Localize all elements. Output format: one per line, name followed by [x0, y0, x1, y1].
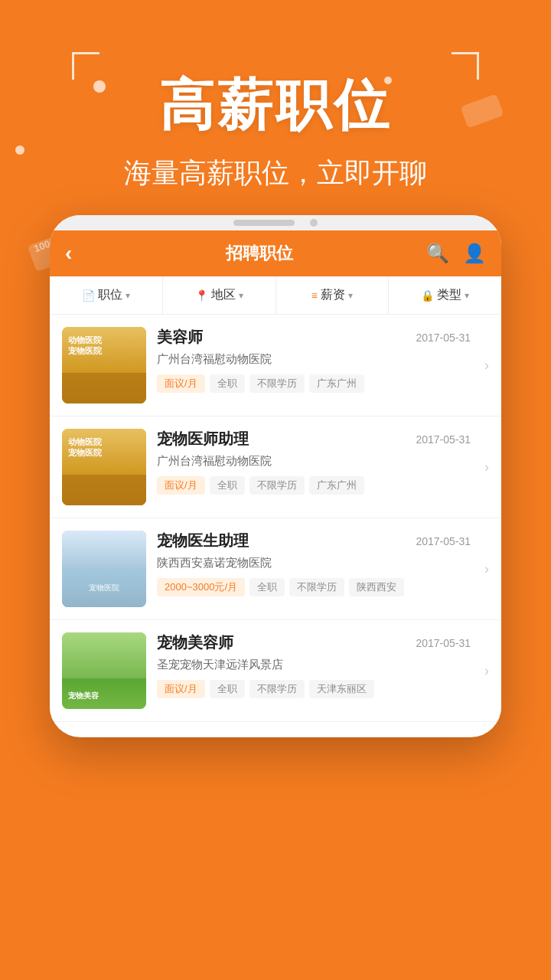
profile-icon[interactable]: 👤 [463, 243, 486, 264]
job-tag-type-1: 全职 [210, 374, 245, 393]
hero-title: 高薪职位 [0, 69, 551, 142]
search-icon[interactable]: 🔍 [426, 243, 449, 264]
job-image-2: 动物医院宠物医院 [62, 429, 146, 505]
job-tag-location-2: 广东广州 [309, 476, 364, 495]
job-image-1: 动物医院宠物医院 [62, 327, 146, 403]
app-header-icons: 🔍 👤 [426, 243, 486, 264]
app-header: ‹ 招聘职位 🔍 👤 [50, 230, 501, 276]
filter-type-arrow: ▾ [465, 290, 469, 301]
job-tag-type-3: 全职 [249, 578, 285, 596]
job-image-3: 宠物医院 [62, 531, 146, 607]
filter-salary-arrow: ▾ [348, 290, 353, 301]
job-item-4[interactable]: 宠物美容 宠物美容师 2017-05-31 圣宠宠物天津远洋风景店 面议/月 全… [50, 620, 501, 722]
job-arrow-1: › [484, 358, 489, 374]
job-tag-type-4: 全职 [210, 680, 245, 698]
job-tag-salary-4: 面议/月 [157, 680, 205, 698]
job-title-2: 宠物医师助理 [157, 429, 249, 449]
job-title-4: 宠物美容师 [157, 632, 233, 653]
job-arrow-3: › [484, 561, 489, 577]
job-tag-edu-2: 不限学历 [249, 476, 305, 495]
job-tag-edu-4: 不限学历 [249, 680, 305, 698]
phone-mockup: ‹ 招聘职位 🔍 👤 📄 职位 ▾ 📍 地区 ▾ ≡ 薪资 ▾ 🔒 类型 ▾ [50, 215, 501, 737]
job-title-1: 美容师 [157, 327, 203, 348]
job-tags-1: 面议/月 全职 不限学历 广东广州 [157, 374, 471, 393]
filter-position[interactable]: 📄 职位 ▾ [50, 276, 163, 314]
job-tag-location-3: 陕西西安 [349, 578, 404, 596]
back-button[interactable]: ‹ [65, 241, 93, 266]
filter-region[interactable]: 📍 地区 ▾ [163, 276, 276, 314]
position-icon: 📄 [82, 289, 95, 302]
job-header-2: 宠物医师助理 2017-05-31 [157, 429, 471, 449]
job-tags-3: 2000~3000元/月 全职 不限学历 陕西西安 [157, 578, 471, 596]
job-item-2[interactable]: 动物医院宠物医院 宠物医师助理 2017-05-31 广州台湾福慰动物医院 面议… [50, 416, 501, 518]
job-company-1: 广州台湾福慰动物医院 [157, 352, 471, 367]
app-header-title: 招聘职位 [93, 242, 426, 265]
job-content-4: 宠物美容师 2017-05-31 圣宠宠物天津远洋风景店 面议/月 全职 不限学… [157, 632, 471, 698]
job-content-2: 宠物医师助理 2017-05-31 广州台湾福慰动物医院 面议/月 全职 不限学… [157, 429, 471, 495]
filter-type-label: 类型 [437, 287, 461, 303]
job-date-3: 2017-05-31 [416, 535, 471, 547]
job-image-4: 宠物美容 [62, 632, 146, 709]
hero-subtitle: 海量高薪职位，立即开聊 [0, 155, 551, 192]
job-company-4: 圣宠宠物天津远洋风景店 [157, 658, 471, 672]
filter-type[interactable]: 🔒 类型 ▾ [389, 276, 501, 314]
job-content-1: 美容师 2017-05-31 广州台湾福慰动物医院 面议/月 全职 不限学历 广… [157, 327, 471, 393]
filter-region-label: 地区 [211, 287, 236, 303]
phone-speaker [233, 220, 295, 226]
job-tag-salary-3: 2000~3000元/月 [157, 578, 245, 596]
job-tag-location-4: 天津东丽区 [309, 680, 374, 698]
job-date-1: 2017-05-31 [416, 332, 471, 344]
job-arrow-4: › [484, 663, 489, 679]
job-tags-2: 面议/月 全职 不限学历 广东广州 [157, 476, 471, 495]
job-title-3: 宠物医生助理 [157, 531, 249, 551]
type-icon: 🔒 [421, 289, 434, 302]
job-item-3[interactable]: 宠物医院 宠物医生助理 2017-05-31 陕西西安嘉诺宠物医院 2000~3… [50, 518, 501, 620]
job-tag-salary-2: 面议/月 [157, 476, 205, 495]
filter-salary[interactable]: ≡ 薪资 ▾ [276, 276, 390, 314]
job-arrow-2: › [484, 459, 489, 475]
job-company-3: 陕西西安嘉诺宠物医院 [157, 556, 471, 570]
filter-salary-label: 薪资 [321, 287, 345, 303]
job-item-1[interactable]: 动物医院宠物医院 美容师 2017-05-31 广州台湾福慰动物医院 面议/月 … [50, 315, 501, 416]
hero-section: 高薪职位 海量高薪职位，立即开聊 [0, 0, 551, 192]
phone-camera [310, 219, 318, 227]
job-tag-location-1: 广东广州 [309, 374, 364, 393]
job-header-4: 宠物美容师 2017-05-31 [157, 632, 471, 653]
filter-region-arrow: ▾ [239, 290, 243, 301]
job-content-3: 宠物医生助理 2017-05-31 陕西西安嘉诺宠物医院 2000~3000元/… [157, 531, 471, 596]
phone-notch [50, 215, 501, 230]
job-company-2: 广州台湾福慰动物医院 [157, 454, 471, 469]
filter-position-arrow: ▾ [126, 290, 130, 301]
salary-icon: ≡ [311, 289, 318, 302]
job-tag-edu-3: 不限学历 [289, 578, 344, 596]
job-list: 动物医院宠物医院 美容师 2017-05-31 广州台湾福慰动物医院 面议/月 … [50, 315, 501, 722]
job-date-2: 2017-05-31 [416, 433, 471, 446]
job-date-4: 2017-05-31 [416, 637, 471, 649]
job-tag-type-2: 全职 [210, 476, 245, 495]
job-tag-edu-1: 不限学历 [249, 374, 305, 393]
filter-bar: 📄 职位 ▾ 📍 地区 ▾ ≡ 薪资 ▾ 🔒 类型 ▾ [50, 276, 501, 315]
job-tag-salary-1: 面议/月 [157, 374, 205, 393]
job-header-3: 宠物医生助理 2017-05-31 [157, 531, 471, 551]
filter-position-label: 职位 [98, 287, 122, 303]
region-icon: 📍 [195, 289, 208, 302]
job-header-1: 美容师 2017-05-31 [157, 327, 471, 348]
job-tags-4: 面议/月 全职 不限学历 天津东丽区 [157, 680, 471, 698]
